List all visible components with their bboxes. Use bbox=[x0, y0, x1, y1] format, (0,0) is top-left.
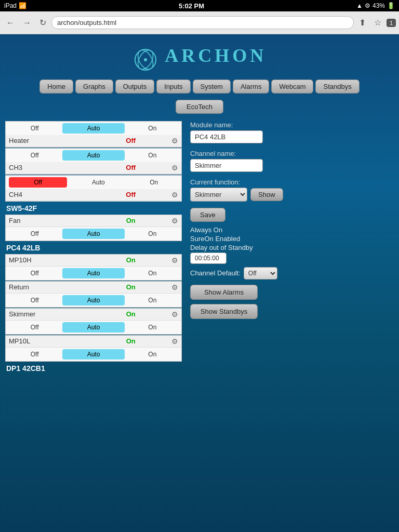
gear-icon-ch3[interactable]: ⚙ bbox=[171, 164, 178, 172]
ctrl-off-mp10l[interactable]: Off bbox=[9, 349, 60, 360]
channel-name-fan: Fan bbox=[9, 217, 90, 224]
ctrl-auto[interactable]: Auto bbox=[62, 123, 124, 134]
forward-button[interactable]: → bbox=[20, 16, 34, 30]
function-select[interactable]: Skimmer Always On Return Heater bbox=[190, 188, 247, 202]
share-button[interactable]: ⬆ bbox=[356, 16, 369, 30]
gear-icon-mp10h[interactable]: ⚙ bbox=[171, 256, 178, 264]
channel-name-row-fan: Fan On ⚙ bbox=[6, 215, 181, 227]
main-content: Off Auto On Heater Off ⚙ Off Auto On CH3 bbox=[5, 118, 394, 378]
address-bar[interactable] bbox=[51, 16, 354, 29]
gear-icon-return[interactable]: ⚙ bbox=[171, 283, 178, 291]
ctrl-auto-skimmer[interactable]: Auto bbox=[62, 322, 124, 332]
gear-icon-ch4[interactable]: ⚙ bbox=[171, 191, 178, 199]
nav-inputs[interactable]: Inputs bbox=[156, 79, 190, 94]
channel-name-row: Heater Off ⚙ bbox=[6, 135, 181, 147]
ctrl-on-ch4[interactable]: On bbox=[129, 177, 178, 188]
sure-on-text: SureOn Enabled bbox=[190, 235, 394, 243]
nav-standbys[interactable]: Standbys bbox=[315, 79, 359, 94]
show-function-button[interactable]: Show bbox=[250, 188, 283, 201]
delay-time-input[interactable] bbox=[190, 252, 227, 264]
back-button[interactable]: ← bbox=[3, 16, 18, 30]
battery-icon: 🔋 bbox=[387, 2, 395, 9]
ctrl-off-return[interactable]: Off bbox=[9, 295, 60, 305]
function-row: Skimmer Always On Return Heater Show bbox=[190, 188, 394, 202]
channel-name-row-ch4: CH4 Off ⚙ bbox=[6, 189, 181, 201]
channel-status-fan: On bbox=[90, 217, 172, 224]
channel-row-mp10h: MP10H On ⚙ Off Auto On bbox=[5, 254, 182, 281]
location-icon: ▲ bbox=[356, 2, 363, 9]
gear-icon-mp10l[interactable]: ⚙ bbox=[171, 337, 178, 345]
channel-status-heater: Off bbox=[90, 137, 172, 144]
time-display: 5:02 PM bbox=[179, 2, 204, 10]
ctrl-on-return[interactable]: On bbox=[127, 295, 178, 305]
module-name-input[interactable] bbox=[190, 130, 263, 143]
bookmark-button[interactable]: ☆ bbox=[371, 16, 384, 30]
channel-name-row-mp10h: MP10H On ⚙ bbox=[6, 255, 181, 267]
module-label-sw5: SW5-42F bbox=[5, 202, 182, 215]
ctrl-auto-fan[interactable]: Auto bbox=[62, 229, 124, 239]
show-standbys-button[interactable]: Show Standbys bbox=[190, 304, 258, 319]
channel-name-group: Channel name: bbox=[190, 150, 394, 172]
refresh-button[interactable]: ↻ bbox=[36, 16, 49, 30]
control-row-mp10l: Off Auto On bbox=[6, 348, 181, 361]
ctrl-off-mp10h[interactable]: Off bbox=[9, 268, 60, 278]
always-on-text: Always On bbox=[190, 226, 394, 234]
nav-ecotech[interactable]: EcoTech bbox=[176, 100, 223, 114]
ctrl-on-mp10h[interactable]: On bbox=[127, 268, 178, 278]
svg-point-1 bbox=[144, 58, 147, 61]
control-row-ch3: Off Auto On bbox=[6, 149, 181, 162]
gear-icon-heater[interactable]: ⚙ bbox=[171, 137, 178, 145]
nav-alarms[interactable]: Alarms bbox=[233, 79, 269, 94]
ctrl-on-ch3[interactable]: On bbox=[127, 150, 178, 161]
channel-name-ch4: CH4 bbox=[9, 191, 90, 198]
logo-icon bbox=[132, 47, 158, 73]
channel-name-row-skimmer: Skimmer On ⚙ bbox=[6, 309, 181, 321]
ctrl-auto-mp10l[interactable]: Auto bbox=[62, 349, 124, 360]
logo-area: ARCHON bbox=[5, 39, 394, 75]
nav-graphs[interactable]: Graphs bbox=[75, 79, 113, 94]
ctrl-off-skimmer[interactable]: Off bbox=[9, 322, 60, 332]
ctrl-off-ch4-red[interactable]: Off bbox=[9, 177, 67, 188]
channel-status-mp10h: On bbox=[90, 256, 172, 264]
channel-name-input[interactable] bbox=[190, 159, 263, 172]
show-alarms-button[interactable]: Show Alarms bbox=[190, 285, 258, 300]
ctrl-on-skimmer[interactable]: On bbox=[127, 322, 178, 332]
current-function-group: Current function: Skimmer Always On Retu… bbox=[190, 178, 394, 202]
status-left: iPad 📶 bbox=[4, 2, 26, 9]
channel-row: Off Auto On Heater Off ⚙ bbox=[5, 121, 182, 148]
gear-icon-skimmer[interactable]: ⚙ bbox=[171, 310, 178, 318]
nav-system[interactable]: System bbox=[193, 79, 231, 94]
ctrl-auto-return[interactable]: Auto bbox=[62, 295, 124, 305]
main-page: ARCHON Home Graphs Outputs Inputs System… bbox=[0, 34, 399, 532]
nav-outputs[interactable]: Outputs bbox=[115, 79, 155, 94]
ctrl-on-fan[interactable]: On bbox=[127, 229, 178, 239]
module-name-group: Module name: bbox=[190, 121, 394, 143]
channel-name-ch3: CH3 bbox=[9, 164, 90, 171]
right-panel: Module name: Channel name: Current funct… bbox=[190, 121, 394, 375]
channel-name-mp10l: MP10L bbox=[9, 337, 90, 345]
control-row-ch4: Off Auto On bbox=[6, 176, 181, 189]
bluetooth-icon: ⚙ bbox=[365, 2, 370, 9]
gear-icon-fan[interactable]: ⚙ bbox=[171, 217, 178, 225]
nav-home[interactable]: Home bbox=[39, 79, 73, 94]
control-row-skimmer: Off Auto On bbox=[6, 321, 181, 334]
channel-default-select[interactable]: Off On Auto bbox=[244, 267, 277, 280]
outputs-panel: Off Auto On Heater Off ⚙ Off Auto On CH3 bbox=[5, 121, 182, 375]
ctrl-on-mp10l[interactable]: On bbox=[127, 349, 178, 360]
ctrl-auto-ch3[interactable]: Auto bbox=[62, 150, 124, 161]
ctrl-auto-ch4[interactable]: Auto bbox=[69, 177, 127, 188]
carrier-label: iPad bbox=[4, 2, 17, 9]
ctrl-off-ch3[interactable]: Off bbox=[9, 150, 60, 161]
channel-status-ch3: Off bbox=[90, 164, 172, 171]
nav-bar: Home Graphs Outputs Inputs System Alarms… bbox=[5, 75, 394, 98]
current-function-label: Current function: bbox=[190, 178, 394, 186]
save-button[interactable]: Save bbox=[190, 208, 225, 222]
nav-webcam[interactable]: Webcam bbox=[271, 79, 313, 94]
ctrl-on[interactable]: On bbox=[127, 123, 178, 134]
ctrl-off[interactable]: Off bbox=[9, 123, 60, 134]
channel-row-return: Return On ⚙ Off Auto On bbox=[5, 281, 182, 308]
tab-count[interactable]: 1 bbox=[387, 19, 396, 27]
ctrl-auto-mp10h[interactable]: Auto bbox=[62, 268, 124, 278]
ctrl-off-fan[interactable]: Off bbox=[9, 229, 60, 239]
delay-text: Delay out of Standby bbox=[190, 244, 394, 251]
